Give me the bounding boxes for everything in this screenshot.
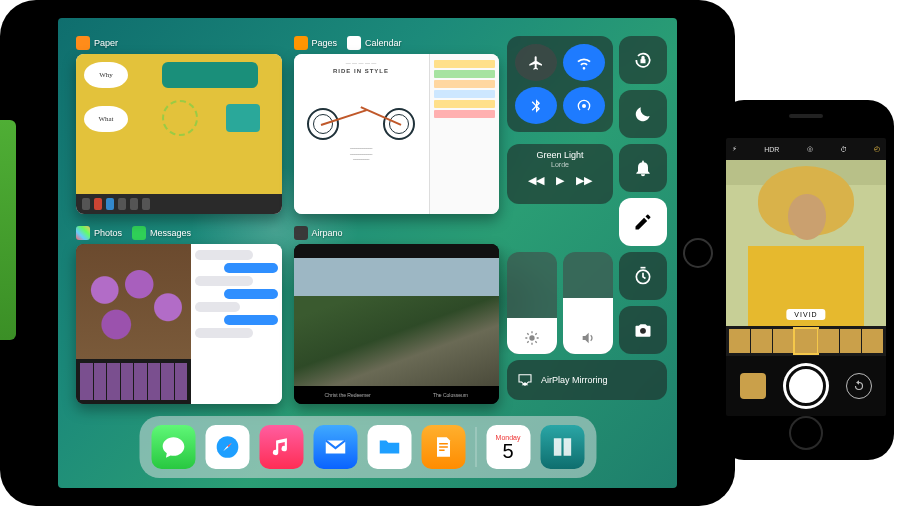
airplane-mode-toggle[interactable]: [515, 44, 557, 81]
iphone-screen: ⚡︎ HDR ◎ ⏱ ◴ VIVID: [726, 138, 886, 416]
photo-preview: [76, 244, 191, 359]
messages-app-icon: [132, 226, 146, 240]
orientation-lock-icon: [633, 50, 653, 70]
svg-point-3: [640, 328, 646, 334]
camera-top-toolbar: ⚡︎ HDR ◎ ⏱ ◴: [726, 138, 886, 160]
mail-icon: [322, 434, 348, 460]
volume-slider[interactable]: [563, 252, 613, 354]
sun-icon: [524, 330, 540, 346]
switcher-card-paper[interactable]: Paper Why What: [76, 36, 282, 214]
svg-point-1: [529, 335, 534, 340]
play-button[interactable]: ▶: [556, 174, 564, 187]
caption: The Colosseum: [433, 392, 468, 398]
dock-app-pages[interactable]: [421, 425, 465, 469]
wifi-toggle[interactable]: [563, 44, 605, 81]
speaker-icon: [580, 330, 596, 346]
files-icon: [376, 434, 402, 460]
dock-app-safari[interactable]: [205, 425, 249, 469]
live-photo-toggle[interactable]: ◎: [807, 145, 813, 153]
switcher-card-airpano[interactable]: Airpano Christ the Redeemer The Colosseu…: [294, 226, 500, 404]
orientation-lock-toggle[interactable]: [619, 36, 667, 84]
photos-messages-thumbnail: [76, 244, 282, 404]
note-block: [162, 62, 258, 88]
pages-calendar-thumbnail: — — — — — RIDE IN STYLE ━━━━━━━━━━━━━━━━…: [294, 54, 500, 214]
app-label: Pages: [312, 38, 338, 48]
now-playing-panel[interactable]: Green Light Lorde ◀◀ ▶ ▶▶: [507, 144, 613, 204]
moon-icon: [633, 104, 653, 124]
airdrop-icon: [576, 98, 592, 114]
messages-thread: [191, 244, 281, 404]
shutter-button[interactable]: [786, 366, 826, 406]
bell-icon: [633, 158, 653, 178]
airplay-icon: [517, 372, 533, 388]
airplay-mirroring-button[interactable]: AirPlay Mirroring: [507, 360, 667, 400]
document-headline: RIDE IN STYLE: [300, 68, 423, 74]
notes-shortcut[interactable]: [619, 198, 667, 246]
home-button[interactable]: [683, 238, 713, 268]
calendar-app-icon: [347, 36, 361, 50]
bluetooth-toggle[interactable]: [515, 87, 557, 124]
app-label: Messages: [150, 228, 191, 238]
dock: Monday 5: [139, 416, 596, 478]
last-photo-thumbnail[interactable]: [740, 373, 766, 399]
do-not-disturb-toggle[interactable]: [619, 90, 667, 138]
filter-filmstrip[interactable]: [726, 326, 886, 356]
flash-toggle[interactable]: ⚡︎: [732, 145, 737, 153]
airplay-label: AirPlay Mirroring: [541, 375, 608, 385]
app-switcher: Paper Why What: [76, 36, 499, 404]
timer-icon: [633, 266, 653, 286]
track-artist: Lorde: [511, 161, 609, 168]
diagram-circle: [162, 100, 198, 136]
timer-shortcut[interactable]: [619, 252, 667, 300]
paper-app-icon: [76, 36, 90, 50]
self-timer-toggle[interactable]: ⏱: [840, 146, 847, 153]
camera-shortcut[interactable]: [619, 306, 667, 354]
dock-app-files[interactable]: [367, 425, 411, 469]
airpano-app-icon: [294, 226, 308, 240]
wifi-icon: [576, 55, 592, 71]
calendar-sidebar: [429, 54, 500, 214]
slide-over-edge-app[interactable]: [0, 120, 16, 340]
camera-viewfinder[interactable]: VIVID: [726, 160, 886, 326]
dock-app-messages[interactable]: [151, 425, 195, 469]
safari-icon: [214, 434, 240, 460]
ipad-device: Paper Why What: [0, 0, 735, 506]
connectivity-panel: [507, 36, 613, 132]
filters-toggle[interactable]: ◴: [874, 145, 880, 153]
bicycle-illustration: [307, 80, 415, 140]
speech-bubble: Why: [84, 62, 128, 88]
camera-bottom-bar: [726, 356, 886, 416]
hdr-toggle[interactable]: HDR: [764, 146, 779, 153]
panorama-image: [294, 258, 500, 386]
alerts-toggle[interactable]: [619, 144, 667, 192]
dock-app-calendar[interactable]: Monday 5: [486, 425, 530, 469]
switcher-card-photos-messages[interactable]: Photos Messages: [76, 226, 282, 404]
iphone-device: ⚡︎ HDR ◎ ⏱ ◴ VIVID: [718, 100, 894, 460]
app-label: Calendar: [365, 38, 402, 48]
next-track-button[interactable]: ▶▶: [576, 174, 592, 187]
messages-icon: [160, 434, 186, 460]
flip-icon: [852, 379, 866, 393]
speech-bubble: What: [84, 106, 128, 132]
pages-app-icon: [294, 36, 308, 50]
dock-app-mail[interactable]: [313, 425, 357, 469]
svg-point-0: [582, 104, 586, 108]
dock-app-travel-book[interactable]: [540, 425, 584, 469]
calendar-day: 5: [502, 441, 513, 461]
photos-app-icon: [76, 226, 90, 240]
pages-document: — — — — — RIDE IN STYLE ━━━━━━━━━━━━━━━━…: [294, 54, 429, 214]
dock-app-music[interactable]: [259, 425, 303, 469]
camera-icon: [633, 320, 653, 340]
brightness-slider[interactable]: [507, 252, 557, 354]
airpano-thumbnail: Christ the Redeemer The Colosseum: [294, 244, 500, 404]
app-label: Paper: [94, 38, 118, 48]
photo-filmstrip: [76, 359, 191, 404]
switcher-card-pages-calendar[interactable]: Pages Calendar — — — — — RIDE IN STYLE ━…: [294, 36, 500, 214]
book-icon: [549, 434, 575, 460]
flip-camera-button[interactable]: [846, 373, 872, 399]
previous-track-button[interactable]: ◀◀: [528, 174, 544, 187]
app-label: Airpano: [312, 228, 343, 238]
app-label: Photos: [94, 228, 122, 238]
active-filter-label: VIVID: [786, 309, 825, 320]
airdrop-toggle[interactable]: [563, 87, 605, 124]
